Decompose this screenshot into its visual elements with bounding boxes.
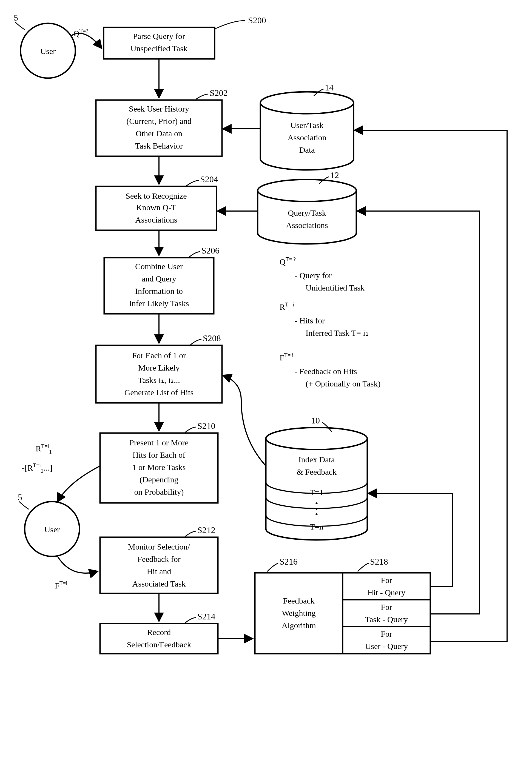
svg-text:Infer Likely Tasks: Infer Likely Tasks xyxy=(129,299,189,308)
svg-text:S200: S200 xyxy=(248,15,266,25)
svg-text:Combine User: Combine User xyxy=(135,262,183,271)
svg-text:Information to: Information to xyxy=(135,286,183,295)
svg-text:Other Data on: Other Data on xyxy=(136,129,182,138)
svg-text:Generate List of Hits: Generate List of Hits xyxy=(124,388,194,397)
svg-text:S214: S214 xyxy=(197,611,215,621)
legend: QT= ? - Query for Unidentified Task RT= … xyxy=(280,256,380,388)
svg-text:& Feedback: & Feedback xyxy=(297,467,337,476)
svg-text:(Current, Prior) and: (Current, Prior) and xyxy=(126,116,191,126)
svg-text:For: For xyxy=(381,576,392,585)
svg-text:Data: Data xyxy=(299,145,315,154)
svg-text:QT=?: QT=? xyxy=(73,28,88,38)
svg-text:For: For xyxy=(381,602,392,611)
svg-text:Weighting: Weighting xyxy=(282,608,316,618)
feedback-weighting-box: Feedback Weighting Algorithm For Hit - Q… xyxy=(255,557,430,654)
svg-text:S218: S218 xyxy=(370,557,388,567)
user-label-top: User xyxy=(40,47,56,56)
svg-text:Algorithm: Algorithm xyxy=(282,621,316,630)
svg-text:Associations: Associations xyxy=(286,221,328,230)
svg-text:Seek User History: Seek User History xyxy=(129,104,189,113)
svg-text:S208: S208 xyxy=(203,333,221,343)
path-taskq-db12 xyxy=(358,211,480,614)
svg-text:and Query: and Query xyxy=(142,274,176,283)
svg-text:Query/Task: Query/Task xyxy=(288,208,326,217)
svg-text:Hit - Query: Hit - Query xyxy=(368,588,405,597)
svg-text:14: 14 xyxy=(325,82,334,92)
svg-text:Known Q-T: Known Q-T xyxy=(136,203,176,212)
svg-text:10: 10 xyxy=(311,416,320,425)
svg-text:Index Data: Index Data xyxy=(298,455,335,464)
svg-text:S216: S216 xyxy=(280,557,298,567)
svg-text:Association: Association xyxy=(288,133,326,142)
svg-text:(Depending: (Depending xyxy=(140,475,178,484)
svg-text:(+ Optionally on Task): (+ Optionally on Task) xyxy=(306,379,380,388)
svg-text:Feedback: Feedback xyxy=(283,596,315,605)
svg-text:Parse Query for: Parse Query for xyxy=(133,32,185,41)
s200-box: Parse Query for Unspecified Task S200 xyxy=(104,15,266,59)
arrow-user-to-s212: FT=i xyxy=(55,556,97,590)
s210-box: Present 1 or More Hits for Each of 1 or … xyxy=(100,421,218,503)
s208-box: For Each of 1 or More Likely Tasks i₁, i… xyxy=(96,333,222,403)
db12-cylinder: Query/Task Associations 12 xyxy=(258,170,356,244)
svg-text:S202: S202 xyxy=(210,88,228,98)
svg-text:User/Task: User/Task xyxy=(290,121,323,130)
svg-text:Task Behavior: Task Behavior xyxy=(135,141,183,150)
svg-text:For: For xyxy=(381,629,392,638)
svg-point-52 xyxy=(260,92,354,114)
svg-text:User: User xyxy=(44,525,60,534)
s204-box: Seek to Recognize Known Q-T Associations… xyxy=(96,174,218,230)
svg-text:on Probability): on Probability) xyxy=(134,487,184,497)
svg-text:S210: S210 xyxy=(197,421,215,431)
svg-text:Unidentified Task: Unidentified Task xyxy=(306,283,365,292)
s206-box: Combine User and Query Information to In… xyxy=(104,246,220,314)
svg-text:QT= ?: QT= ? xyxy=(280,256,296,266)
svg-text:For Each of 1 or: For Each of 1 or xyxy=(132,351,186,360)
svg-text:Seek to Recognize: Seek to Recognize xyxy=(126,191,187,200)
svg-text:Inferred Task T= i₁: Inferred Task T= i₁ xyxy=(306,328,369,337)
user-num-top: 5 xyxy=(14,13,18,22)
svg-text:1 or More Tasks: 1 or More Tasks xyxy=(132,463,186,472)
svg-text:S204: S204 xyxy=(200,174,218,184)
svg-text:T=1: T=1 xyxy=(310,488,323,497)
svg-text:FT=i: FT=i xyxy=(55,580,67,590)
user-node-bottom: User 5 xyxy=(18,492,79,556)
svg-text:S206: S206 xyxy=(201,246,220,255)
svg-text:- Query for: - Query for xyxy=(295,271,332,280)
svg-text:-[RT=i2...]: -[RT=i2...] xyxy=(22,462,53,474)
db14-cylinder: User/Task Association Data 14 xyxy=(260,82,354,170)
svg-text:Task - Query: Task - Query xyxy=(365,615,408,624)
user-node-top: User 5 xyxy=(14,13,75,78)
svg-text:Record: Record xyxy=(147,628,171,637)
svg-text:RT=i1: RT=i1 xyxy=(36,443,52,455)
svg-text:Tasks i₁, i₂...: Tasks i₁, i₂... xyxy=(138,375,180,385)
svg-text:Selection/Feedback: Selection/Feedback xyxy=(127,640,191,649)
svg-text:- Feedback on Hits: - Feedback on Hits xyxy=(295,367,357,376)
svg-text:Present 1 or More: Present 1 or More xyxy=(129,438,189,447)
svg-text:RT= i: RT= i xyxy=(280,301,295,311)
svg-text:12: 12 xyxy=(330,170,339,180)
svg-text:5: 5 xyxy=(18,492,22,502)
svg-text:Hits for Each of: Hits for Each of xyxy=(133,450,185,459)
svg-point-57 xyxy=(258,180,356,201)
arrow-db10-s208 xyxy=(223,375,266,466)
s202-box: Seek User History (Current, Prior) and O… xyxy=(96,88,228,156)
svg-text:Feedback for: Feedback for xyxy=(137,554,180,564)
svg-text:•: • xyxy=(315,510,318,519)
svg-text:More Likely: More Likely xyxy=(138,363,180,372)
svg-text:T=n: T=n xyxy=(310,522,323,531)
arrow-user-to-s200: QT=? xyxy=(71,28,101,48)
svg-text:Unspecified Task: Unspecified Task xyxy=(130,44,187,53)
svg-point-61 xyxy=(266,428,367,449)
svg-text:Monitor Selection/: Monitor Selection/ xyxy=(128,542,190,551)
svg-text:Associated Task: Associated Task xyxy=(132,579,186,588)
arrow-s210-to-user: RT=i1 -[RT=i2...] xyxy=(22,443,100,502)
svg-text:User - Query: User - Query xyxy=(365,642,408,651)
svg-text:FT= i: FT= i xyxy=(280,352,294,362)
svg-text:Associations: Associations xyxy=(135,215,177,224)
s212-box: Monitor Selection/ Feedback for Hit and … xyxy=(100,525,218,593)
svg-text:Hit and: Hit and xyxy=(147,567,171,576)
svg-text:- Hits for: - Hits for xyxy=(295,316,325,325)
svg-text:S212: S212 xyxy=(197,525,215,535)
db10-cylinder: Index Data & Feedback T=1 • • • T=n 10 xyxy=(266,416,367,540)
